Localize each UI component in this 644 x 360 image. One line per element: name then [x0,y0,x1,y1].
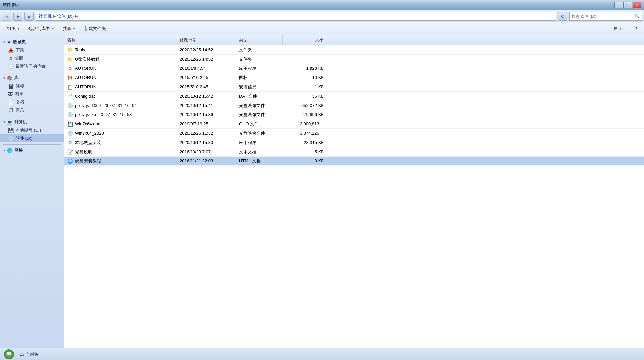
sidebar-header-library[interactable]: ▾ 📚 库 [0,74,64,82]
organize-label: 组织 [7,26,16,32]
sidebar-section-computer: ▾ 💻 计算机 💾 本地磁盘 (C:) 💿 软件 (D:) [0,118,64,142]
table-row[interactable]: 💿 Win7x64_2020 2020/12/25 11:32 光盘映像文件 3… [64,129,644,138]
file-type-icon: 📁 [67,56,73,62]
file-type: 文件夹 [236,55,283,63]
file-name: 📁 Tools [64,46,177,54]
file-date: 2015/5/10 2:45 [177,83,236,90]
breadcrumb-bar: 计算机 ▶ 软件 (D:) ▶ [36,12,556,21]
file-size: 1 KB [283,83,329,90]
sidebar-item-desktop[interactable]: 🖥 桌面 [0,54,64,62]
include-library-dropdown-arrow: ▼ [51,27,54,30]
sidebar-item-documents[interactable]: 📄 文档 [0,98,64,106]
table-row[interactable]: ⚙ 本地硬盘安装 2020/10/12 15:30 应用程序 28,315 KB [64,138,644,147]
breadcrumb-drive[interactable]: 软件 (D:) [57,13,74,19]
table-row[interactable]: 📄 Config.dat 2020/10/12 15:42 DAT 文件 36 … [64,92,644,101]
file-date: 2020/12/25 14:52 [177,56,236,63]
col-header-size[interactable]: 大小 [283,35,329,45]
file-date: 2020/12/25 11:32 [177,130,236,137]
file-name: 📋 AUTORUN [64,83,177,91]
refresh-button[interactable]: ↻ [558,12,567,21]
status-count: 13 个对象 [20,351,39,357]
sidebar-item-video[interactable]: 🎬 视频 [0,82,64,90]
back-button[interactable]: ◀ [2,12,11,21]
file-type: HTML 文档 [236,157,283,165]
sidebar-divider-2 [3,116,61,116]
table-row[interactable]: 💾 Win7x64.gho 2019/9/7 19:25 GHO 文件 2,90… [64,119,644,129]
sidebar-item-downloads[interactable]: 📥 下载 [0,46,64,54]
table-row[interactable]: 🌐 硬盘安装教程 2016/11/21 22:03 HTML 文档 3 KB [64,157,644,166]
table-row[interactable]: 💿 pe_yqs_xp_20_07_31_15_53 2020/10/12 15… [64,110,644,119]
organize-dropdown-arrow: ▼ [17,27,20,30]
maximize-button[interactable]: □ [623,2,632,8]
drive-d-label: 软件 (D:) [16,135,32,141]
file-name: ⚙ 本地硬盘安装 [64,139,177,147]
table-row[interactable]: ⚙ AUTORUN 2016/1/8 4:54 应用程序 1,926 KB [64,64,644,73]
sidebar: ▾ ★ 收藏夹 📥 下载 🖥 桌面 🕐 最近访问的位置 ▾ 📚 [0,35,64,348]
share-button[interactable]: 共享 ▼ [59,24,79,33]
new-folder-button[interactable]: 新建文件夹 [81,24,109,33]
col-header-name[interactable]: 名称 [64,35,177,45]
breadcrumb-computer[interactable]: 计算机 [39,13,52,19]
file-name: 💿 pe_yqs_1064_20_07_31_16_04 [64,102,177,110]
status-icon [3,349,15,360]
sidebar-item-recent[interactable]: 🕐 最近访问的位置 [0,62,64,70]
col-header-date[interactable]: 修改日期 [177,35,236,45]
desktop-icon: 🖥 [8,56,13,61]
forward-button[interactable]: ▶ [13,12,22,21]
sidebar-item-pictures[interactable]: 🖼 图片 [0,90,64,98]
col-header-type[interactable]: 类型 [236,35,283,45]
file-size: 36 KB [283,93,329,100]
computer-expand-icon: ▾ [3,120,5,124]
file-type-icon: 📋 [67,84,73,90]
minimize-button[interactable]: ─ [614,2,623,8]
file-type: 文件夹 [236,46,283,54]
organize-button[interactable]: 组织 ▼ [3,24,23,33]
file-date: 2020/10/12 15:36 [177,111,236,118]
table-row[interactable]: 📋 AUTORUN 2015/5/10 2:45 安装信息 1 KB [64,82,644,92]
sidebar-header-favorites[interactable]: ▾ ★ 收藏夹 [0,38,64,46]
table-row[interactable]: 🖼 AUTORUN 2015/5/10 2:45 图标 10 KB [64,73,644,82]
svg-rect-3 [6,355,12,355]
up-button[interactable]: ▲ [24,12,34,21]
sidebar-item-drive-d[interactable]: 💿 软件 (D:) [0,134,64,142]
table-row[interactable]: 📁 Tools 2020/12/25 14:52 文件夹 [64,45,644,55]
file-type: 文本文档 [236,148,283,156]
include-library-label: 包含到库中 [28,26,50,32]
computer-icon: 💻 [7,120,12,125]
recent-label: 最近访问的位置 [16,63,46,69]
new-folder-label: 新建文件夹 [84,26,106,32]
close-button[interactable]: ✕ [633,2,641,8]
drive-c-label: 本地磁盘 (C:) [16,127,41,133]
favorites-icon: ★ [7,40,11,45]
search-input[interactable] [572,14,633,19]
sidebar-item-drive-c[interactable]: 💾 本地磁盘 (C:) [0,126,64,134]
window-title: 软件 (D:) [3,2,19,8]
share-dropdown-arrow: ▼ [73,27,76,30]
search-bar[interactable]: 🔍 [569,12,642,21]
column-headers: 名称 修改日期 类型 大小 [64,35,644,45]
favorites-expand-icon: ▾ [3,40,5,44]
file-size [283,49,329,51]
table-row[interactable]: 📁 U盘安装教程 2020/12/25 14:52 文件夹 [64,55,644,64]
file-date: 2019/9/7 19:25 [177,120,236,127]
include-library-button[interactable]: 包含到库中 ▼ [25,24,58,33]
network-label: 网络 [14,147,23,153]
music-icon: 🎵 [8,108,14,113]
file-size: 5 KB [283,148,329,155]
file-name: 📝 光盘说明 [64,148,177,156]
favorites-label: 收藏夹 [13,39,26,45]
table-row[interactable]: 📝 光盘说明 2016/10/23 7:07 文本文档 5 KB [64,147,644,157]
file-size: 28,315 KB [283,139,329,146]
view-button[interactable]: ⊞ ▼ [610,24,625,33]
filelist-area[interactable]: 名称 修改日期 类型 大小 📁 Tools 2020/12/25 14:52 文… [64,35,644,348]
sidebar-header-computer[interactable]: ▾ 💻 计算机 [0,118,64,126]
help-button[interactable]: ? [631,24,641,33]
table-row[interactable]: 💿 pe_yqs_1064_20_07_31_16_04 2020/10/12 … [64,101,644,110]
sidebar-divider-3 [3,144,61,145]
sidebar-header-network[interactable]: ▾ 🌐 网络 [0,146,64,155]
file-name: 📄 Config.dat [64,92,177,100]
network-expand-icon: ▾ [3,149,5,152]
file-type-icon: 💿 [67,103,73,109]
sidebar-item-music[interactable]: 🎵 音乐 [0,106,64,114]
breadcrumb-sep-1: ▶ [53,14,56,18]
